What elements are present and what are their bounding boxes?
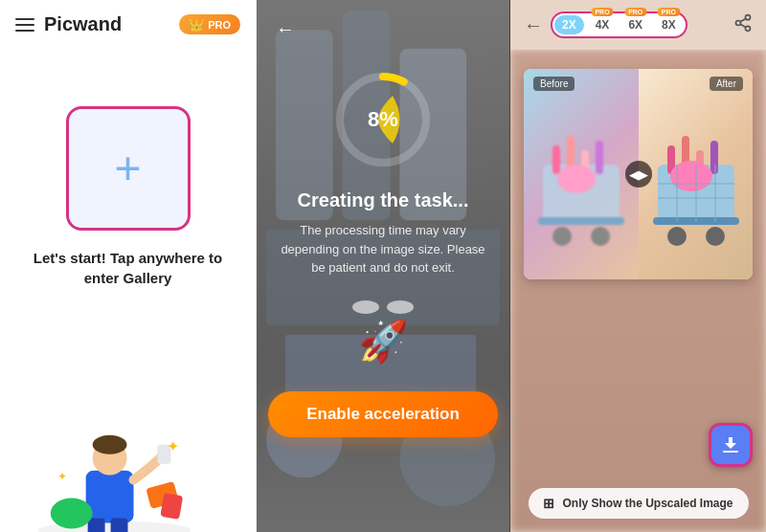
scale-tab-group: 2X PRO 4X PRO 6X PRO 8X (551, 11, 687, 38)
processing-center-content: 8% Creating the task... The processing t… (257, 0, 509, 532)
svg-text:✦: ✦ (57, 469, 67, 482)
pro-tag-6x: PRO (624, 8, 646, 16)
svg-point-24 (736, 20, 741, 25)
only-upscaled-label: Only Show the Upscaled Image (562, 497, 732, 510)
svg-rect-36 (538, 217, 624, 225)
svg-rect-51 (723, 451, 738, 453)
svg-point-23 (746, 14, 751, 19)
add-image-button[interactable]: + (66, 106, 191, 231)
progress-percentage: 8% (368, 107, 398, 132)
task-title: Creating the task... (298, 189, 469, 211)
result-image-area: Before After (510, 50, 766, 532)
svg-rect-5 (111, 518, 128, 532)
scale-tab-2x[interactable]: 2X (554, 15, 584, 34)
svg-rect-4 (88, 518, 105, 532)
scale-tab-4x[interactable]: PRO 4X (588, 15, 618, 34)
upscaled-icon: ⊞ (543, 496, 554, 511)
pro-tag-4x: PRO (591, 8, 613, 16)
before-image (524, 69, 639, 279)
home-header: Picwand 👑 PRO (0, 0, 256, 49)
pro-badge: 👑 PRO (179, 14, 240, 34)
svg-point-35 (557, 165, 596, 193)
cloud-dot-left (352, 300, 379, 314)
task-description: The processing time may vary depending o… (257, 221, 509, 277)
share-button[interactable] (733, 13, 753, 37)
progress-indicator: 8% (330, 67, 436, 172)
svg-rect-41 (710, 141, 718, 174)
enable-acceleration-button[interactable]: Enable acceleration (268, 391, 498, 437)
menu-icon[interactable] (15, 18, 34, 32)
before-after-image: Before After (524, 69, 753, 279)
only-upscaled-bar[interactable]: ⊞ Only Show the Upscaled Image (528, 488, 748, 519)
rocket-animation: 🚀 (352, 297, 414, 365)
svg-text:✦: ✦ (167, 437, 179, 454)
svg-point-42 (667, 227, 687, 246)
scale-tab-8x[interactable]: PRO 8X (654, 15, 684, 34)
svg-point-33 (552, 227, 572, 246)
svg-rect-29 (552, 145, 560, 174)
svg-rect-11 (160, 493, 183, 520)
back-button-result[interactable]: ← (524, 14, 543, 36)
panel-processing: ← 8% Creating the task... The pr (257, 0, 510, 532)
after-image (639, 69, 754, 279)
svg-rect-1 (86, 470, 134, 522)
app-title: Picwand (44, 13, 122, 35)
gallery-prompt-text: Let's start! Tap anywhere to enter Galle… (0, 248, 256, 288)
svg-point-25 (746, 26, 751, 31)
result-header: ← 2X PRO 4X PRO 6X PRO 8X (510, 0, 766, 50)
before-label: Before (533, 77, 574, 91)
panel-result: ← 2X PRO 4X PRO 6X PRO 8X (510, 0, 766, 532)
rocket-icon: 🚀 (358, 318, 408, 365)
svg-point-34 (591, 227, 610, 246)
pro-tag-8x: PRO (658, 8, 680, 16)
svg-point-10 (51, 498, 93, 528)
svg-line-27 (740, 18, 746, 21)
before-after-divider[interactable]: ◀▶ (625, 161, 652, 188)
crown-icon: 👑 (189, 17, 204, 32)
svg-line-26 (740, 24, 746, 27)
svg-rect-32 (596, 141, 603, 174)
scale-tab-6x[interactable]: PRO 6X (620, 15, 650, 34)
panel-home: Picwand 👑 PRO + Let's start! Tap anywher… (0, 0, 257, 532)
download-button[interactable] (709, 423, 753, 467)
cloud-dot-right (387, 300, 414, 314)
svg-point-43 (706, 227, 725, 246)
svg-point-3 (93, 434, 127, 454)
plus-icon: + (114, 145, 141, 191)
after-label: After (710, 77, 743, 91)
cloud-decoration (352, 300, 414, 314)
home-illustration: ✦ ✦ (0, 379, 256, 532)
